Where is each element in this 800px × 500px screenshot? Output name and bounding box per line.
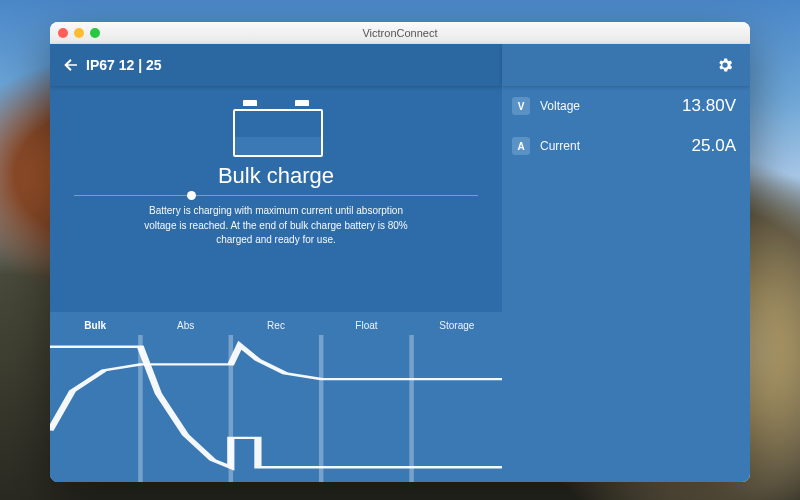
status-pane: IP67 12 | 25 Bulk charge Battery is char… [50, 44, 502, 482]
phase-label[interactable]: Storage [412, 320, 502, 331]
back-button[interactable] [56, 50, 86, 80]
minimize-icon[interactable] [74, 28, 84, 38]
window-title: VictronConnect [50, 27, 750, 39]
reading-label: Voltage [540, 99, 580, 113]
chart-series-voltage [50, 345, 502, 430]
reading-voltage: V Voltage 13.80V [502, 86, 750, 126]
current-icon: A [512, 137, 530, 155]
reading-label: Current [540, 139, 580, 153]
reading-value: 25.0A [692, 136, 736, 156]
battery-icon [233, 100, 319, 157]
phase-labels: BulkAbsRecFloatStorage [50, 312, 502, 335]
stage-title: Bulk charge [50, 163, 502, 189]
titlebar[interactable]: VictronConnect [50, 22, 750, 45]
window-controls [50, 28, 100, 38]
phase-label[interactable]: Abs [140, 320, 230, 331]
app-header-right [502, 44, 750, 86]
reading-value: 13.80V [682, 96, 736, 116]
app-window: VictronConnect IP67 12 | 25 Bulk charge … [50, 22, 750, 482]
reading-current: A Current 25.0A [502, 126, 750, 166]
stage-progress-knob [187, 191, 196, 200]
arrow-left-icon [62, 56, 80, 74]
chart-series-current [50, 347, 502, 468]
voltage-icon: V [512, 97, 530, 115]
phase-label[interactable]: Float [321, 320, 411, 331]
stage-description: Battery is charging with maximum current… [141, 204, 411, 248]
zoom-icon[interactable] [90, 28, 100, 38]
readings-pane: V Voltage 13.80V A Current 25.0A [502, 44, 750, 482]
stage-divider [74, 195, 478, 196]
charge-profile-chart: BulkAbsRecFloatStorage [50, 312, 502, 482]
gear-icon [716, 56, 734, 74]
close-icon[interactable] [58, 28, 68, 38]
app-header: IP67 12 | 25 [50, 44, 502, 86]
phase-label[interactable]: Rec [231, 320, 321, 331]
chart-plot [50, 335, 502, 482]
settings-button[interactable] [710, 50, 740, 80]
phase-label[interactable]: Bulk [50, 320, 140, 331]
device-title: IP67 12 | 25 [86, 57, 162, 73]
